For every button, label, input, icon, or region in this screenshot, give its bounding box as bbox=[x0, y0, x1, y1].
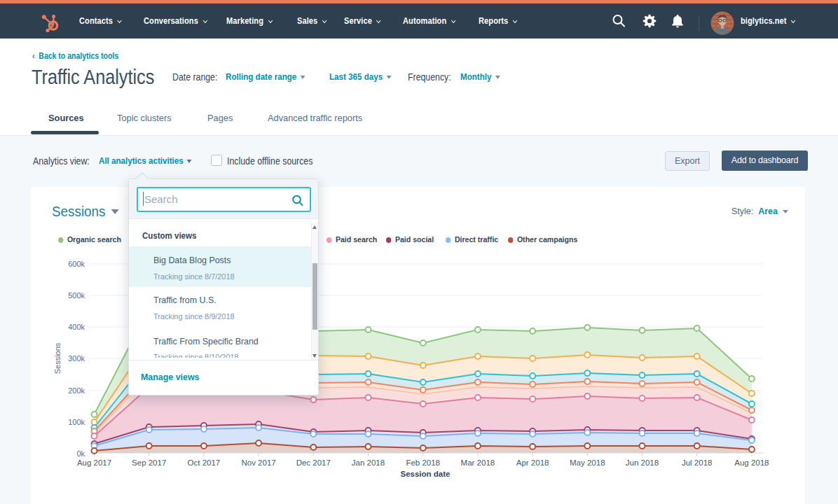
svg-text:May 2018: May 2018 bbox=[570, 458, 605, 467]
svg-text:Jan 2018: Jan 2018 bbox=[352, 458, 385, 467]
svg-text:600k: 600k bbox=[68, 260, 85, 268]
svg-text:Session date: Session date bbox=[401, 470, 451, 478]
svg-text:Nov 2017: Nov 2017 bbox=[241, 458, 275, 467]
svg-text:500k: 500k bbox=[68, 291, 85, 300]
svg-text:300k: 300k bbox=[68, 354, 85, 363]
svg-text:200k: 200k bbox=[68, 386, 85, 395]
svg-text:Sep 2017: Sep 2017 bbox=[132, 458, 166, 467]
svg-text:0k: 0k bbox=[76, 449, 85, 458]
svg-text:Sessions: Sessions bbox=[53, 342, 62, 374]
svg-text:Oct 2017: Oct 2017 bbox=[188, 458, 221, 467]
svg-text:Apr 2018: Apr 2018 bbox=[516, 458, 549, 467]
svg-text:Dec 2017: Dec 2017 bbox=[296, 458, 331, 467]
svg-text:Jul 2018: Jul 2018 bbox=[682, 458, 712, 467]
svg-text:Aug 2017: Aug 2017 bbox=[77, 458, 111, 467]
svg-text:Mar 2018: Mar 2018 bbox=[461, 458, 495, 467]
svg-text:Feb 2018: Feb 2018 bbox=[406, 458, 440, 467]
svg-text:100k: 100k bbox=[68, 418, 85, 426]
svg-text:400k: 400k bbox=[68, 323, 85, 331]
svg-text:Aug 2018: Aug 2018 bbox=[734, 458, 769, 467]
svg-text:Jun 2018: Jun 2018 bbox=[626, 458, 659, 467]
